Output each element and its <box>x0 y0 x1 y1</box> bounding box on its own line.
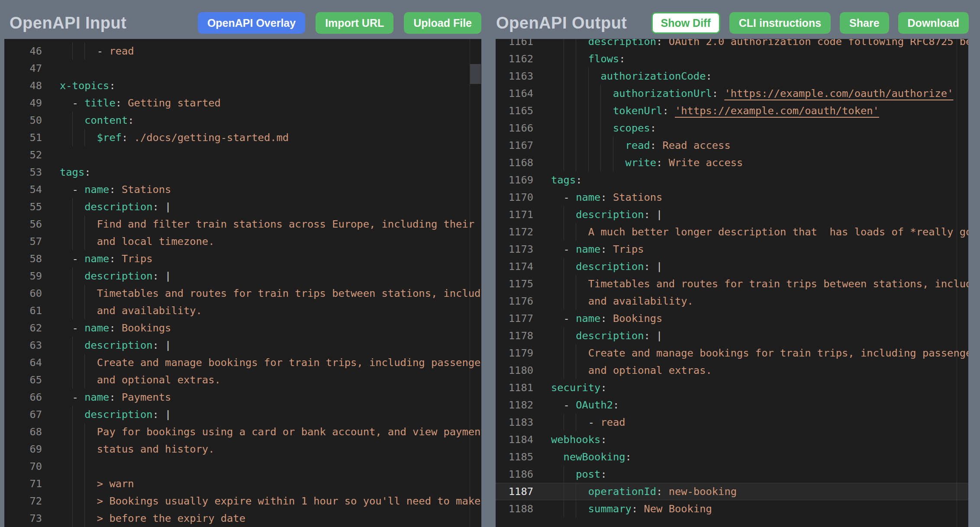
code-line-55[interactable]: 55 description: | <box>4 198 481 215</box>
code-line-69[interactable]: 69 status and history. <box>4 440 481 458</box>
code-line-56[interactable]: 56 Find and filter train stations across… <box>4 215 481 233</box>
code-line-1163[interactable]: 1163 authorizationCode: <box>496 67 968 85</box>
code-line-1161[interactable]: 1161 description: OAuth 2.0 authorizatio… <box>496 39 968 50</box>
code-line-64[interactable]: 64 Create and manage bookings for train … <box>4 354 481 371</box>
code-line-1165[interactable]: 1165 tokenUrl: 'https://example.com/oaut… <box>496 102 968 119</box>
code-line-46[interactable]: 46 - read <box>4 42 481 60</box>
code-line-59[interactable]: 59 description: | <box>4 267 481 285</box>
code-line-57[interactable]: 57 and local timezone. <box>4 233 481 250</box>
code-line-1173[interactable]: 1173 - name: Trips <box>496 241 968 258</box>
yaml-value: Bookings <box>613 312 662 325</box>
openapi-overlay-button[interactable]: OpenAPI Overlay <box>198 12 305 34</box>
yaml-link-value[interactable]: 'https://example.com/oauth/token' <box>675 105 879 117</box>
code-line-1162[interactable]: 1162 flows: <box>496 50 968 67</box>
code-line-51[interactable]: 51 $ref: ./docs/getting-started.md <box>4 129 481 146</box>
code-line-65[interactable]: 65 and optional extras. <box>4 371 481 389</box>
code-line-1183[interactable]: 1183 - read <box>496 414 968 431</box>
yaml-value: ./docs/getting-started.md <box>134 132 289 144</box>
yaml-key: summary <box>588 503 632 515</box>
yaml-value: and availability. <box>97 305 202 317</box>
line-number: 60 <box>4 285 42 302</box>
indent-guide <box>84 302 85 319</box>
code-line-1178[interactable]: 1178 description: | <box>496 327 968 344</box>
scrollbar-thumb[interactable] <box>470 64 481 84</box>
cli-instructions-button[interactable]: CLI instructions <box>729 12 831 34</box>
code-line-1164[interactable]: 1164 authorizationUrl: 'https://example.… <box>496 85 968 102</box>
line-number: 1188 <box>496 500 533 517</box>
code-line-1187[interactable]: 1187 operationId: new-booking <box>496 483 968 500</box>
indent-guide <box>576 102 576 119</box>
indent-guide <box>564 39 564 50</box>
yaml-punctuation <box>551 53 588 65</box>
code-line-63[interactable]: 63 description: | <box>4 337 481 354</box>
line-number: 1186 <box>496 466 533 483</box>
code-line-68[interactable]: 68 Pay for bookings using a card or bank… <box>4 423 481 440</box>
indent-guide <box>72 215 73 233</box>
yaml-link-value[interactable]: 'https://example.com/oauth/authorize' <box>724 87 953 100</box>
code-text: security: <box>551 379 607 396</box>
openapi-input-editor[interactable]: 46 - read4748x-topics:49 - title: Gettin… <box>4 39 481 527</box>
code-line-49[interactable]: 49 - title: Getting started <box>4 94 481 112</box>
yaml-key: read <box>625 139 650 151</box>
code-text: description: OAuth 2.0 authorization cod… <box>551 39 968 50</box>
code-line-1185[interactable]: 1185 newBooking: <box>496 448 968 466</box>
code-line-70[interactable]: 70 <box>4 458 481 475</box>
code-line-48[interactable]: 48x-topics: <box>4 77 481 94</box>
code-line-1186[interactable]: 1186 post: <box>496 466 968 483</box>
code-line-50[interactable]: 50 content: <box>4 112 481 129</box>
code-line-1177[interactable]: 1177 - name: Bookings <box>496 310 968 327</box>
code-line-1182[interactable]: 1182 - OAuth2: <box>496 396 968 414</box>
code-line-1171[interactable]: 1171 description: | <box>496 206 968 223</box>
download-button[interactable]: Download <box>898 12 969 34</box>
line-number: 52 <box>4 146 42 164</box>
line-number: 1164 <box>496 85 533 102</box>
code-line-1166[interactable]: 1166 scopes: <box>496 119 968 137</box>
upload-file-button[interactable]: Upload File <box>404 12 481 34</box>
code-line-66[interactable]: 66 - name: Payments <box>4 389 481 406</box>
code-line-1184[interactable]: 1184webhooks: <box>496 431 968 448</box>
code-line-1180[interactable]: 1180 and optional extras. <box>496 362 968 379</box>
yaml-key: newBooking <box>564 451 625 463</box>
code-line-1179[interactable]: 1179 Create and manage bookings for trai… <box>496 344 968 362</box>
line-number: 64 <box>4 354 42 371</box>
openapi-output-editor[interactable]: 1161 description: OAuth 2.0 authorizatio… <box>496 39 968 527</box>
yaml-value: Find and filter train stations across Eu… <box>97 218 481 230</box>
code-line-62[interactable]: 62 - name: Bookings <box>4 319 481 337</box>
code-line-1172[interactable]: 1172 A much better longer description th… <box>496 223 968 241</box>
code-line-72[interactable]: 72 > Bookings usually expire within 1 ho… <box>4 492 481 510</box>
code-line-1175[interactable]: 1175 Timetables and routes for train tri… <box>496 275 968 292</box>
code-line-1176[interactable]: 1176 and availability. <box>496 292 968 310</box>
share-button[interactable]: Share <box>840 12 889 34</box>
line-number: 1180 <box>496 362 533 379</box>
code-line-67[interactable]: 67 description: | <box>4 406 481 423</box>
code-line-54[interactable]: 54 - name: Stations <box>4 181 481 198</box>
code-line-71[interactable]: 71 > warn <box>4 475 481 492</box>
code-line-1181[interactable]: 1181security: <box>496 379 968 396</box>
indent-guide <box>72 458 73 475</box>
yaml-punctuation: : <box>600 468 606 480</box>
code-line-60[interactable]: 60 Timetables and routes for train trips… <box>4 285 481 302</box>
yaml-key: authorizationUrl <box>613 87 712 100</box>
indent-guide <box>576 85 576 102</box>
code-line-1174[interactable]: 1174 description: | <box>496 258 968 275</box>
code-line-73[interactable]: 73 > before the expiry date <box>4 510 481 527</box>
indent-guide <box>84 129 85 146</box>
code-line-1188[interactable]: 1188 summary: New Booking <box>496 500 968 517</box>
code-line-61[interactable]: 61 and availability. <box>4 302 481 319</box>
yaml-key: tokenUrl <box>613 105 662 117</box>
code-line-53[interactable]: 53tags: <box>4 164 481 181</box>
code-line-47[interactable]: 47 <box>4 60 481 77</box>
code-line-58[interactable]: 58 - name: Trips <box>4 250 481 267</box>
show-diff-button[interactable]: Show Diff <box>651 12 720 34</box>
code-line-52[interactable]: 52 <box>4 146 481 164</box>
yaml-key: flows <box>588 53 619 65</box>
code-line-1168[interactable]: 1168 write: Write access <box>496 154 968 171</box>
import-url-button[interactable]: Import URL <box>316 12 393 34</box>
code-line-1167[interactable]: 1167 read: Read access <box>496 137 968 154</box>
code-line-1169[interactable]: 1169tags: <box>496 171 968 189</box>
code-line-1170[interactable]: 1170 - name: Stations <box>496 189 968 206</box>
yaml-punctuation <box>551 485 588 498</box>
line-number: 58 <box>4 250 42 267</box>
yaml-value: Write access <box>669 157 743 169</box>
yaml-punctuation: : <box>109 80 115 92</box>
